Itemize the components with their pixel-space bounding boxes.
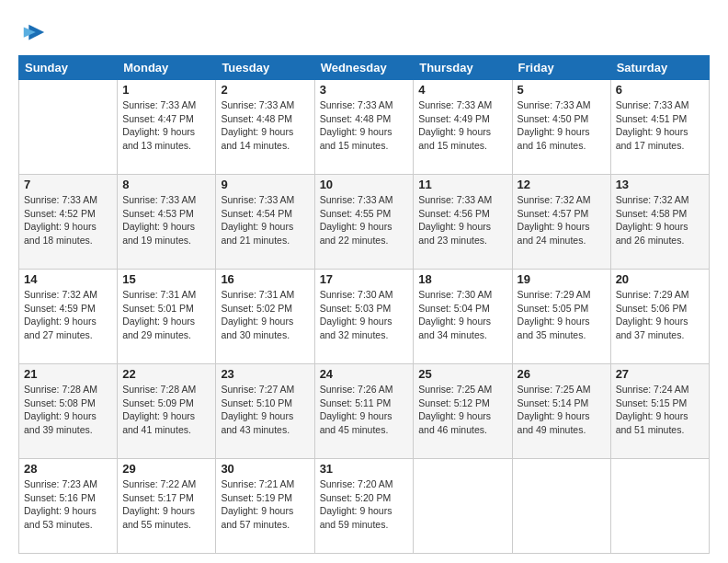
calendar-cell: 2Sunrise: 7:33 AM Sunset: 4:48 PM Daylig… — [216, 80, 314, 175]
calendar-cell: 20Sunrise: 7:29 AM Sunset: 5:06 PM Dayli… — [610, 270, 709, 364]
weekday-header-saturday: Saturday — [610, 56, 709, 80]
calendar-cell: 27Sunrise: 7:24 AM Sunset: 5:15 PM Dayli… — [610, 364, 709, 459]
day-detail: Sunrise: 7:21 AM Sunset: 5:19 PM Dayligh… — [221, 477, 309, 532]
day-number: 2 — [221, 83, 309, 97]
day-number: 3 — [320, 83, 409, 97]
day-number: 29 — [122, 462, 210, 476]
day-number: 16 — [221, 272, 309, 286]
day-detail: Sunrise: 7:24 AM Sunset: 5:15 PM Dayligh… — [616, 383, 704, 437]
day-number: 26 — [518, 367, 606, 381]
calendar-cell: 28Sunrise: 7:23 AM Sunset: 5:16 PM Dayli… — [19, 459, 118, 554]
day-number: 20 — [616, 272, 704, 286]
weekday-header-wednesday: Wednesday — [314, 56, 414, 80]
day-detail: Sunrise: 7:33 AM Sunset: 4:56 PM Dayligh… — [418, 193, 506, 247]
day-number: 30 — [221, 462, 309, 476]
calendar-week-row: 28Sunrise: 7:23 AM Sunset: 5:16 PM Dayli… — [19, 459, 710, 554]
calendar-week-row: 7Sunrise: 7:33 AM Sunset: 4:52 PM Daylig… — [19, 175, 710, 270]
day-detail: Sunrise: 7:22 AM Sunset: 5:17 PM Dayligh… — [122, 477, 210, 532]
day-detail: Sunrise: 7:27 AM Sunset: 5:10 PM Dayligh… — [221, 383, 309, 437]
weekday-header-tuesday: Tuesday — [216, 56, 314, 80]
calendar-cell: 3Sunrise: 7:33 AM Sunset: 4:48 PM Daylig… — [314, 80, 414, 175]
calendar-cell: 9Sunrise: 7:33 AM Sunset: 4:54 PM Daylig… — [216, 175, 314, 270]
calendar-cell — [512, 459, 610, 554]
calendar-cell: 4Sunrise: 7:33 AM Sunset: 4:49 PM Daylig… — [414, 80, 512, 175]
calendar-cell: 29Sunrise: 7:22 AM Sunset: 5:17 PM Dayli… — [118, 459, 216, 554]
day-number: 11 — [418, 178, 506, 191]
calendar-cell: 5Sunrise: 7:33 AM Sunset: 4:50 PM Daylig… — [512, 80, 610, 175]
day-detail: Sunrise: 7:26 AM Sunset: 5:11 PM Dayligh… — [320, 383, 409, 437]
weekday-header-monday: Monday — [118, 56, 216, 80]
day-detail: Sunrise: 7:28 AM Sunset: 5:09 PM Dayligh… — [122, 383, 210, 437]
day-detail: Sunrise: 7:33 AM Sunset: 4:50 PM Dayligh… — [518, 98, 606, 153]
day-detail: Sunrise: 7:32 AM Sunset: 4:59 PM Dayligh… — [24, 288, 112, 342]
calendar-cell: 25Sunrise: 7:25 AM Sunset: 5:12 PM Dayli… — [414, 364, 512, 459]
day-detail: Sunrise: 7:33 AM Sunset: 4:55 PM Dayligh… — [320, 193, 409, 247]
calendar-cell: 24Sunrise: 7:26 AM Sunset: 5:11 PM Dayli… — [314, 364, 414, 459]
calendar-cell: 30Sunrise: 7:21 AM Sunset: 5:19 PM Dayli… — [216, 459, 314, 554]
calendar-cell: 8Sunrise: 7:33 AM Sunset: 4:53 PM Daylig… — [118, 175, 216, 270]
day-number: 10 — [320, 178, 409, 191]
day-detail: Sunrise: 7:23 AM Sunset: 5:16 PM Dayligh… — [24, 477, 112, 532]
day-number: 27 — [616, 367, 704, 381]
day-detail: Sunrise: 7:33 AM Sunset: 4:48 PM Dayligh… — [320, 98, 409, 153]
calendar-cell: 22Sunrise: 7:28 AM Sunset: 5:09 PM Dayli… — [118, 364, 216, 459]
day-number: 9 — [221, 178, 309, 191]
day-number: 24 — [320, 367, 409, 381]
calendar-cell: 15Sunrise: 7:31 AM Sunset: 5:01 PM Dayli… — [118, 270, 216, 364]
calendar-cell — [19, 80, 118, 175]
day-number: 6 — [616, 83, 704, 97]
calendar-cell: 23Sunrise: 7:27 AM Sunset: 5:10 PM Dayli… — [216, 364, 314, 459]
calendar-cell: 16Sunrise: 7:31 AM Sunset: 5:02 PM Dayli… — [216, 270, 314, 364]
calendar-page: SundayMondayTuesdayWednesdayThursdayFrid… — [0, 0, 728, 563]
day-number: 25 — [418, 367, 506, 381]
day-detail: Sunrise: 7:29 AM Sunset: 5:06 PM Dayligh… — [616, 288, 704, 342]
day-number: 13 — [616, 178, 704, 191]
day-number: 12 — [518, 178, 606, 191]
day-detail: Sunrise: 7:32 AM Sunset: 4:57 PM Dayligh… — [518, 193, 606, 247]
day-number: 22 — [122, 367, 210, 381]
day-detail: Sunrise: 7:30 AM Sunset: 5:03 PM Dayligh… — [320, 288, 409, 342]
calendar-cell: 14Sunrise: 7:32 AM Sunset: 4:59 PM Dayli… — [19, 270, 118, 364]
day-number: 23 — [221, 367, 309, 381]
day-number: 14 — [24, 272, 112, 286]
weekday-header-thursday: Thursday — [414, 56, 512, 80]
day-detail: Sunrise: 7:33 AM Sunset: 4:51 PM Dayligh… — [616, 98, 704, 153]
calendar-cell — [414, 459, 512, 554]
calendar-week-row: 21Sunrise: 7:28 AM Sunset: 5:08 PM Dayli… — [19, 364, 710, 459]
day-detail: Sunrise: 7:33 AM Sunset: 4:53 PM Dayligh… — [122, 193, 210, 247]
day-number: 7 — [24, 178, 112, 191]
day-number: 15 — [122, 272, 210, 286]
header — [18, 17, 710, 46]
day-detail: Sunrise: 7:33 AM Sunset: 4:47 PM Dayligh… — [122, 98, 210, 153]
calendar-cell: 21Sunrise: 7:28 AM Sunset: 5:08 PM Dayli… — [19, 364, 118, 459]
calendar-cell — [610, 459, 709, 554]
calendar-cell: 12Sunrise: 7:32 AM Sunset: 4:57 PM Dayli… — [512, 175, 610, 270]
day-number: 28 — [24, 462, 112, 476]
day-detail: Sunrise: 7:33 AM Sunset: 4:52 PM Dayligh… — [24, 193, 112, 247]
calendar-cell: 1Sunrise: 7:33 AM Sunset: 4:47 PM Daylig… — [118, 80, 216, 175]
calendar-table: SundayMondayTuesdayWednesdayThursdayFrid… — [18, 55, 710, 554]
day-number: 8 — [122, 178, 210, 191]
day-detail: Sunrise: 7:33 AM Sunset: 4:49 PM Dayligh… — [418, 98, 506, 153]
day-number: 1 — [122, 83, 210, 97]
day-detail: Sunrise: 7:29 AM Sunset: 5:05 PM Dayligh… — [518, 288, 606, 342]
day-number: 31 — [320, 462, 409, 476]
day-detail: Sunrise: 7:31 AM Sunset: 5:02 PM Dayligh… — [221, 288, 309, 342]
calendar-cell: 26Sunrise: 7:25 AM Sunset: 5:14 PM Dayli… — [512, 364, 610, 459]
day-number: 17 — [320, 272, 409, 286]
day-detail: Sunrise: 7:33 AM Sunset: 4:54 PM Dayligh… — [221, 193, 309, 247]
day-detail: Sunrise: 7:25 AM Sunset: 5:14 PM Dayligh… — [518, 383, 606, 437]
day-detail: Sunrise: 7:31 AM Sunset: 5:01 PM Dayligh… — [122, 288, 210, 342]
logo-icon — [20, 20, 46, 46]
calendar-body: 1Sunrise: 7:33 AM Sunset: 4:47 PM Daylig… — [19, 80, 710, 554]
calendar-header-row: SundayMondayTuesdayWednesdayThursdayFrid… — [19, 56, 710, 80]
calendar-cell: 11Sunrise: 7:33 AM Sunset: 4:56 PM Dayli… — [414, 175, 512, 270]
weekday-header-sunday: Sunday — [19, 56, 118, 80]
day-number: 4 — [418, 83, 506, 97]
calendar-week-row: 14Sunrise: 7:32 AM Sunset: 4:59 PM Dayli… — [19, 270, 710, 364]
day-detail: Sunrise: 7:30 AM Sunset: 5:04 PM Dayligh… — [418, 288, 506, 342]
day-number: 18 — [418, 272, 506, 286]
day-detail: Sunrise: 7:33 AM Sunset: 4:48 PM Dayligh… — [221, 98, 309, 153]
weekday-header-friday: Friday — [512, 56, 610, 80]
calendar-cell: 18Sunrise: 7:30 AM Sunset: 5:04 PM Dayli… — [414, 270, 512, 364]
